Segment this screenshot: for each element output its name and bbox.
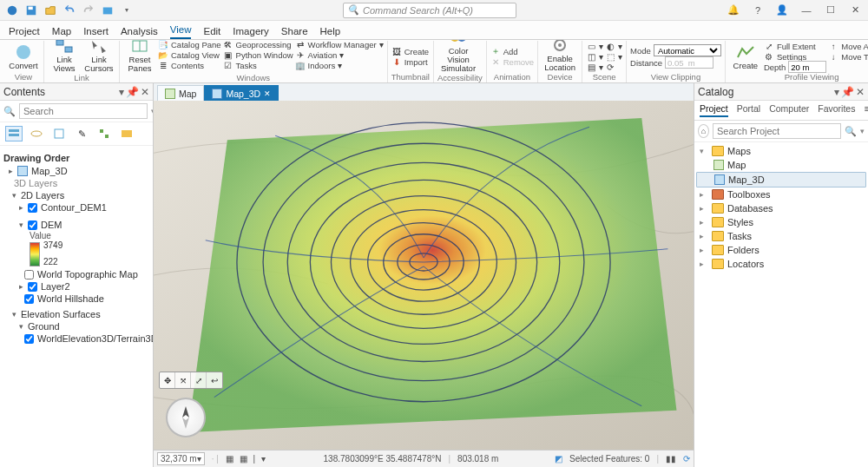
tab-close-icon[interactable]: ✕ [264,89,271,98]
link-views-button[interactable]: Link Views [48,40,81,73]
open-icon[interactable] [42,2,59,19]
layer-layer2[interactable]: ▸Layer2 [3,280,149,293]
catalog-tab-project[interactable]: Project [700,103,728,117]
toc-source-icon[interactable] [28,126,45,141]
home-icon[interactable]: ⌂ [698,124,709,138]
section-3d-layers[interactable]: 3D Layers [3,177,149,189]
grid-icons[interactable]: ▦ ▦ | ▾ [226,454,267,464]
layer-contour[interactable]: ▸Contour_DEM1 [3,201,149,214]
import-thumbnail-button[interactable]: ⬇Import [391,56,430,67]
node-toolboxes[interactable]: ▸Toolboxes [696,187,866,201]
create-thumbnail-button[interactable]: 🖼Create [391,46,430,56]
layer-terrain3d[interactable]: WorldElevation3D/Terrain3D [3,332,149,345]
node-maps[interactable]: ▾Maps [696,144,866,158]
full-extent-button[interactable]: ⤢Full Extent [764,41,826,51]
node-tasks[interactable]: ▸Tasks [696,229,866,243]
minimize-icon[interactable]: — [797,2,816,19]
panel-close-icon[interactable]: ✕ [141,86,149,98]
layer-topo-checkbox[interactable] [24,270,34,280]
prev-extent-tool[interactable]: ↩ [207,372,222,388]
close-icon[interactable]: ✕ [845,2,865,19]
layer-dem-checkbox[interactable] [28,220,37,230]
node-styles[interactable]: ▸Styles [696,215,866,229]
refresh-icon[interactable]: ⟳ [683,454,690,464]
undo-icon[interactable] [61,2,78,19]
catalog-pane-button[interactable]: 📑Catalog Pane [158,40,221,50]
command-search[interactable]: 🔍 Command Search (Alt+Q) [343,3,516,18]
catalog-search-input[interactable] [713,123,841,139]
color-vision-simulator-button[interactable]: Color Vision Simulator [437,40,479,73]
toc-snapping-icon[interactable] [95,126,113,141]
toc-labeling-icon[interactable] [118,126,135,141]
scene-btn-5[interactable]: ⬚▾ [605,51,622,62]
pan-tool[interactable]: ⤧ [175,372,191,388]
python-window-button[interactable]: ▣Python Window [223,50,293,61]
help-icon[interactable]: ? [748,2,767,19]
catalog-burger-icon[interactable]: ≡ [864,103,868,117]
contents-search-input[interactable] [19,103,148,119]
full-extent-tool[interactable]: ⤢ [191,372,207,388]
save-icon[interactable] [23,2,40,19]
remove-animation-button[interactable]: ✕Remove [490,56,534,67]
catalog-tree[interactable]: ▾Maps Map Map_3D ▸Toolboxes ▸Databases ▸… [694,142,868,467]
contents-tree[interactable]: Drawing Order ▸Map_3D 3D Layers ▾2D Laye… [0,146,153,467]
layer-hillshade-checkbox[interactable] [24,294,34,304]
pause-drawing-icon[interactable]: ▮▮ [666,454,676,464]
toc-drawing-order-icon[interactable] [5,126,23,141]
view-tab-map3d[interactable]: Map_3D✕ [204,85,279,101]
redo-icon[interactable] [80,2,97,19]
ground-node[interactable]: ▾Ground [3,320,149,332]
scale-selector[interactable]: 32,370 m ▾ [157,452,205,465]
tab-edit[interactable]: Edit [203,26,220,39]
addin-icon[interactable] [99,2,116,19]
scene-btn-3[interactable]: ▤▾ [586,62,603,72]
layer-layer2-checkbox[interactable] [28,282,37,292]
profile-create-button[interactable]: Create [729,43,762,70]
aviation-button[interactable]: ✈Aviation ▾ [295,50,384,61]
signin-icon[interactable]: 👤 [773,2,792,19]
scene-btn-2[interactable]: ◫▾ [586,51,603,62]
layer-dem[interactable]: ▾DEM [3,219,149,231]
catalog-view-button[interactable]: 📂Catalog View [158,50,221,61]
panel-pin-icon[interactable]: 📌 [126,86,139,98]
layer-hillshade[interactable]: World Hillshade [3,293,149,305]
node-databases[interactable]: ▸Databases [696,201,866,215]
layer-terrain3d-checkbox[interactable] [24,334,34,344]
notifications-icon[interactable]: 🔔 [724,2,743,19]
depth-input[interactable] [788,61,826,73]
qat-dropdown-icon[interactable]: ▾ [118,2,135,19]
link-cursors-button[interactable]: Link Cursors [82,40,115,73]
toc-selection-icon[interactable] [50,126,68,141]
tab-insert[interactable]: Insert [83,26,108,39]
move-towards-button[interactable]: ↓Move Towards [828,51,868,62]
panel-menu-icon[interactable]: ▾ [119,86,124,98]
scene-viewport[interactable]: ✥ ⤧ ⤢ ↩ [154,101,694,450]
clip-mode-select[interactable]: Automatic [654,44,721,56]
app-icon[interactable] [3,2,21,19]
clip-distance-input[interactable] [665,56,713,69]
tab-view[interactable]: View [170,24,192,39]
node-folders[interactable]: ▸Folders [696,243,866,257]
compass-widget[interactable] [166,398,206,437]
add-animation-button[interactable]: ＋Add [490,46,534,56]
section-2d-layers[interactable]: ▾2D Layers [3,189,149,201]
tab-analysis[interactable]: Analysis [121,26,158,39]
catalog-tab-computer[interactable]: Computer [769,103,809,117]
explore-tool[interactable]: ✥ [160,372,175,388]
scene-node[interactable]: ▸Map_3D [3,165,149,177]
indoors-button[interactable]: 🏢Indoors ▾ [295,61,384,71]
section-elevation[interactable]: ▾Elevation Surfaces [3,308,149,320]
tab-map[interactable]: Map [52,26,71,39]
reset-panes-button[interactable]: Reset Panes [123,40,156,73]
tab-share[interactable]: Share [281,26,308,39]
move-away-button[interactable]: ↑Move Away [828,41,868,51]
scene-btn-6[interactable]: ⟳ [605,62,622,72]
panel-menu-icon[interactable]: ▾ [834,86,839,98]
layer-contour-checkbox[interactable] [28,203,37,213]
scene-btn-4[interactable]: ◐▾ [605,41,622,51]
enable-location-button[interactable]: Enable Location [542,40,578,72]
node-map[interactable]: Map [696,158,866,172]
contents-button[interactable]: ≣Contents [158,61,221,71]
search-icon[interactable]: 🔍 [845,126,857,137]
panel-close-icon[interactable]: ✕ [856,86,865,98]
